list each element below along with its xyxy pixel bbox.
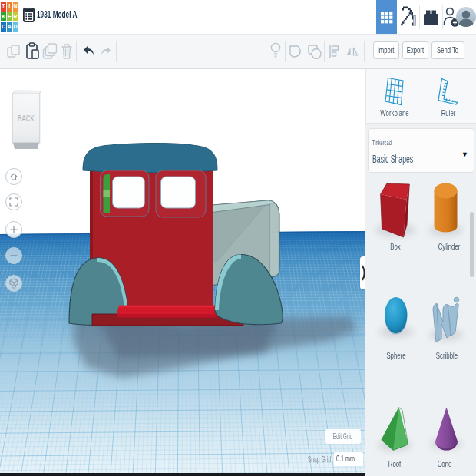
svg-text:BACK: BACK bbox=[18, 114, 35, 123]
